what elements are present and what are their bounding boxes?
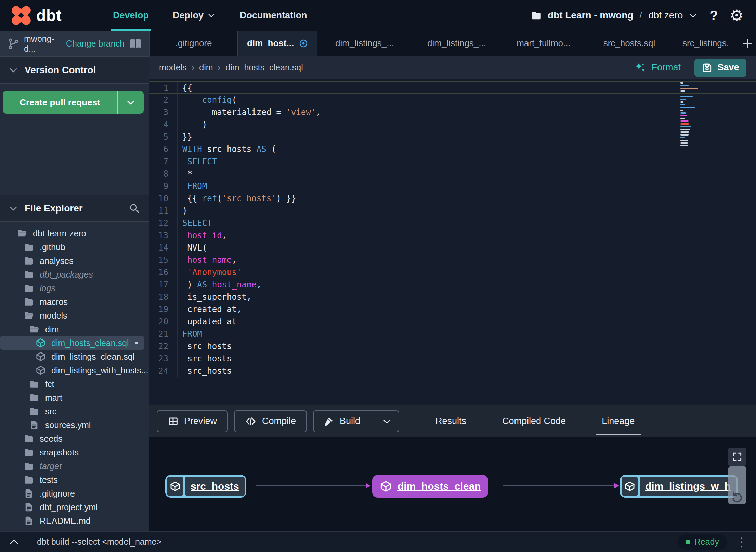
code-text: WITH src_hosts AS (	[178, 143, 276, 155]
code-text: SELECT	[178, 217, 212, 229]
kebab-menu-icon[interactable]: ⋮	[735, 535, 748, 549]
file-tree-item--github[interactable]: .github	[0, 240, 149, 254]
build-button[interactable]: Build	[313, 410, 399, 432]
editor-tab--gitignore[interactable]: .gitignore	[149, 31, 238, 56]
file-name: src	[45, 407, 56, 416]
nav-item-develop[interactable]: Develop	[113, 0, 149, 31]
command-hint[interactable]: dbt build --select <model_name>	[37, 537, 161, 547]
create-pull-request-button[interactable]: Create pull request	[3, 91, 144, 114]
settings-gear-icon[interactable]: ⚙	[730, 8, 744, 23]
editor-tab-dim-listings-[interactable]: dim_listings_...	[412, 31, 501, 56]
preview-button[interactable]: Preview	[157, 410, 228, 432]
breadcrumb-item[interactable]: models	[159, 63, 187, 73]
code-line-18[interactable]: 18 is_superhost,	[149, 291, 756, 303]
lineage-node-src-hosts[interactable]: src_hosts	[165, 475, 246, 498]
code-line-13[interactable]: 13 host_id,	[149, 229, 756, 242]
file-tree-item-sources-yml[interactable]: sources.yml	[0, 418, 149, 432]
file-tree-item-target[interactable]: target	[0, 459, 149, 473]
editor-tab-mart-fullmo-[interactable]: mart_fullmo...	[501, 31, 586, 56]
code-editor[interactable]: 1{{2 config(3 materialized = 'view',4 )5…	[149, 79, 756, 405]
file-tree-item-dim-listings-clean-sql[interactable]: dim_listings_clean.sql	[0, 350, 149, 363]
change-branch-link[interactable]: Change branch	[66, 39, 125, 49]
help-button[interactable]: ?	[709, 8, 718, 23]
docs-book-icon[interactable]	[129, 38, 142, 50]
file-tree-item-src[interactable]: src	[0, 405, 149, 418]
file-icon	[23, 488, 34, 499]
node-label: dim_hosts_clean	[397, 480, 481, 492]
code-line-12[interactable]: 12SELECT	[149, 217, 756, 229]
code-line-10[interactable]: 10 {{ ref('src_hosts') }}	[149, 192, 756, 205]
code-line-17[interactable]: 17 ) AS host_name,	[149, 279, 756, 291]
file-tree-item-models[interactable]: models	[0, 309, 149, 322]
folder-icon	[23, 255, 34, 266]
compile-button[interactable]: Compile	[234, 410, 307, 432]
nav-item-deploy[interactable]: Deploy	[173, 0, 216, 31]
code-line-6[interactable]: 6WITH src_hosts AS (	[149, 143, 756, 155]
file-tree: dbt-learn-zero.githubanalysesdbt_package…	[0, 222, 149, 531]
result-tab-results[interactable]: Results	[435, 405, 466, 437]
result-tab-lineage[interactable]: Lineage	[602, 405, 635, 437]
file-tree-item-analyses[interactable]: analyses	[0, 254, 149, 268]
file-tree-item-seeds[interactable]: seeds	[0, 432, 149, 446]
new-tab-button[interactable]	[739, 31, 756, 56]
file-tree-item-dim-listings-with-hosts-[interactable]: dim_listings_with_hosts...	[0, 363, 149, 377]
result-tab-compiled-code[interactable]: Compiled Code	[502, 405, 566, 437]
file-tree-item-dbt-learn-zero[interactable]: dbt-learn-zero	[0, 227, 149, 240]
editor-tab-dim-host-[interactable]: dim_host...	[238, 31, 317, 56]
code-line-15[interactable]: 15 host_name,	[149, 254, 756, 266]
file-tree-item-readme-md[interactable]: README.md	[0, 514, 149, 528]
code-line-20[interactable]: 20 updated_at	[149, 316, 756, 328]
fullscreen-button[interactable]	[728, 448, 746, 466]
file-tree-item-logs[interactable]: logs	[0, 281, 149, 295]
code-text: *	[178, 168, 192, 180]
file-tree-item-snapshots[interactable]: snapshots	[0, 446, 149, 459]
project-selector[interactable]: dbt Learn - mwong / dbt zero	[531, 10, 698, 21]
save-button[interactable]: Save	[694, 59, 746, 77]
code-line-1[interactable]: 1{{	[149, 81, 756, 94]
code-line-19[interactable]: 19 created_at,	[149, 303, 756, 316]
lineage-node-dim-listings-w-h[interactable]: dim_listings_w_h	[620, 475, 738, 498]
version-control-header[interactable]: Version Control	[0, 57, 149, 84]
lineage-node-dim-hosts-clean[interactable]: dim_hosts_clean	[372, 475, 488, 498]
code-line-8[interactable]: 8 *	[149, 168, 756, 180]
dbt-logo[interactable]: dbt	[0, 4, 103, 26]
code-brackets-icon	[245, 415, 257, 427]
editor-tab-src-listings-[interactable]: src_listings.	[673, 31, 739, 56]
file-tree-item-tests[interactable]: tests	[0, 473, 149, 487]
editor-tab-dim-listings-[interactable]: dim_listings_...	[317, 31, 412, 56]
file-tree-item-dim-hosts-clean-sql[interactable]: dim_hosts_clean.sql•	[0, 336, 144, 350]
search-icon[interactable]	[129, 203, 140, 214]
code-line-7[interactable]: 7 SELECT	[149, 155, 756, 168]
code-line-9[interactable]: 9 FROM	[149, 180, 756, 192]
code-line-16[interactable]: 16 'Anonymous'	[149, 266, 756, 279]
editor-tab-src-hosts-sql[interactable]: src_hosts.sql	[586, 31, 673, 56]
build-button-main[interactable]: Build	[314, 411, 369, 432]
code-line-21[interactable]: 21FROM	[149, 328, 756, 340]
format-button[interactable]: Format	[634, 62, 681, 74]
code-line-4[interactable]: 4 )	[149, 118, 756, 131]
file-tree-item-macros[interactable]: macros	[0, 295, 149, 309]
file-tree-item--gitignore[interactable]: .gitignore	[0, 487, 149, 500]
code-line-2[interactable]: 2 config(	[149, 94, 756, 106]
nav-item-documentation[interactable]: Documentation	[240, 0, 307, 31]
code-line-23[interactable]: 23 src_hosts	[149, 352, 756, 365]
file-tree-item-dim[interactable]: dim	[0, 322, 149, 336]
code-line-3[interactable]: 3 materialized = 'view',	[149, 106, 756, 118]
file-tree-item-dbt-project-yml[interactable]: dbt_project.yml	[0, 500, 149, 514]
create-pr-dropdown[interactable]	[117, 91, 144, 114]
file-tree-item-mart[interactable]: mart	[0, 391, 149, 405]
lineage-scrollbar[interactable]	[728, 466, 746, 504]
breadcrumb-item[interactable]: dim_hosts_clean.sql	[225, 63, 303, 73]
line-number: 21	[149, 328, 178, 340]
file-tree-item-dbt-packages[interactable]: dbt_packages	[0, 268, 149, 281]
build-dropdown[interactable]	[375, 411, 399, 432]
code-line-11[interactable]: 11)	[149, 205, 756, 217]
code-line-14[interactable]: 14 NVL(	[149, 242, 756, 254]
chevron-up-icon[interactable]	[8, 536, 20, 548]
code-line-22[interactable]: 22 src_hosts	[149, 340, 756, 352]
file-tree-item-fct[interactable]: fct	[0, 377, 149, 391]
code-line-5[interactable]: 5}}	[149, 131, 756, 143]
code-line-24[interactable]: 24 src_hosts	[149, 365, 756, 377]
file-explorer-header[interactable]: File Explorer	[0, 195, 149, 222]
breadcrumb-item[interactable]: dim	[199, 63, 213, 73]
